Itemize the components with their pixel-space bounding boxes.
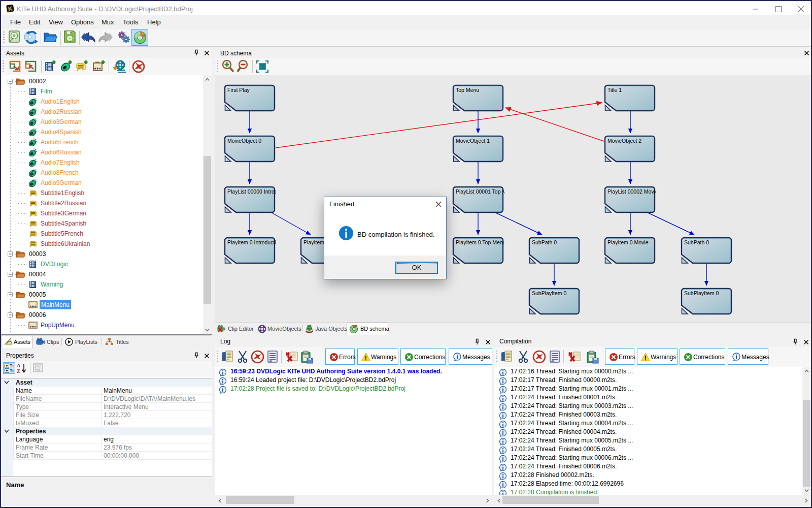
svg-text:SubPath 0: SubPath 0 bbox=[532, 239, 557, 245]
svg-text:SubPlayItem 0: SubPlayItem 0 bbox=[684, 290, 719, 296]
svg-text:PlayList 00002 Movie: PlayList 00002 Movie bbox=[607, 188, 658, 195]
svg-text:PlayItem 0 Introduction: PlayItem 0 Introduction bbox=[227, 239, 282, 245]
svg-text:MovieObject 0: MovieObject 0 bbox=[227, 138, 261, 144]
svg-text:SubPath 0: SubPath 0 bbox=[684, 239, 709, 245]
svg-text:First Play: First Play bbox=[227, 87, 250, 93]
svg-text:Z: Z bbox=[17, 368, 20, 374]
svg-text:Title 1: Title 1 bbox=[607, 87, 622, 93]
svg-text:PlayItem 0 Movie: PlayItem 0 Movie bbox=[607, 239, 649, 245]
svg-text:SubPlayItem 0: SubPlayItem 0 bbox=[532, 290, 566, 296]
svg-text:MovieObject 1: MovieObject 1 bbox=[456, 138, 490, 144]
svg-text:A: A bbox=[17, 363, 21, 368]
svg-text:MovieObject 2: MovieObject 2 bbox=[607, 138, 641, 144]
svg-text:PlayItem 0 Top Menu: PlayItem 0 Top Menu bbox=[456, 239, 506, 245]
svg-text:Top Menu: Top Menu bbox=[456, 87, 479, 93]
svg-text:PlayList 00001 Top Me: PlayList 00001 Top Me bbox=[456, 188, 510, 195]
svg-text:PlayList 00000 Introduc: PlayList 00000 Introduc bbox=[227, 188, 283, 195]
